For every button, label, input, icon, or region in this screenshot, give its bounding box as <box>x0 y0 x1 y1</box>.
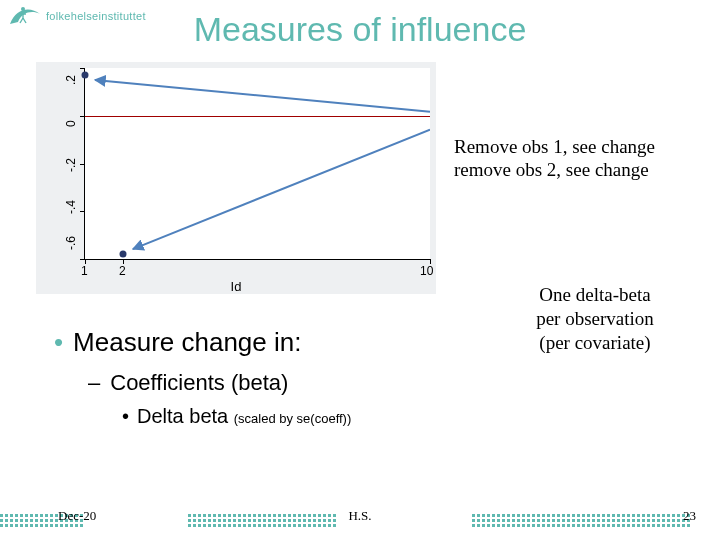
chart: -.6 -.4 -.2 0 .2 1 2 10 Id <box>36 62 436 294</box>
bullet-coefficients: –Coefficients (beta) <box>88 369 351 398</box>
plot-region <box>84 68 430 260</box>
bullet-measure-change: •Measure change in: <box>54 326 351 359</box>
y-tick-0: 0 <box>64 120 78 127</box>
bullet-delta-beta: •Delta beta (scaled by se(coeff)) <box>122 403 351 429</box>
caption-delta-beta: One delta-beta per observation (per cova… <box>500 283 690 354</box>
x-tick-1: 1 <box>81 264 88 278</box>
y-tick--6: -.6 <box>64 236 78 250</box>
svg-line-1 <box>95 80 430 112</box>
y-tick--4: -.4 <box>64 200 78 214</box>
page-title: Measures of influence <box>0 10 720 49</box>
y-tick--2: -.2 <box>64 158 78 172</box>
bullet-list: •Measure change in: –Coefficients (beta)… <box>54 326 351 429</box>
point-obs1 <box>82 72 89 79</box>
annotation-line1: Remove obs 1, see change <box>454 136 716 159</box>
annotation-line2: remove obs 2, see change <box>454 159 716 182</box>
footer-page: 23 <box>683 508 696 524</box>
point-obs2 <box>120 251 127 258</box>
ref-line-zero <box>85 116 430 117</box>
svg-line-2 <box>133 130 430 249</box>
y-tick-2: .2 <box>64 75 78 85</box>
annotation-remove-obs: Remove obs 1, see change remove obs 2, s… <box>454 136 716 182</box>
x-tick-2: 2 <box>119 264 126 278</box>
x-axis-label: Id <box>231 279 242 294</box>
x-tick-10: 10 <box>420 264 433 278</box>
arrows-icon <box>85 68 430 259</box>
footer-author: H.S. <box>0 508 720 524</box>
